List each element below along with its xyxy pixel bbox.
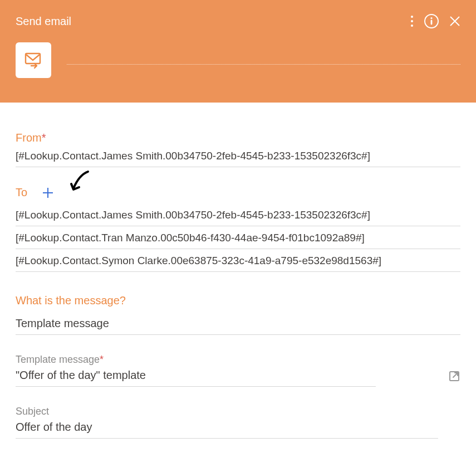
svg-rect-5	[431, 20, 433, 25]
svg-point-2	[411, 25, 413, 27]
message-type-select[interactable]: Template message	[16, 317, 460, 335]
required-asterisk: *	[42, 132, 46, 144]
open-external-icon[interactable]	[448, 370, 460, 382]
from-input[interactable]: [#Lookup.Contact.James Smith.00b34750-2f…	[16, 147, 460, 167]
svg-rect-8	[26, 54, 40, 64]
to-group: To [#Lookup.Contact.James Smith.00b34750…	[16, 186, 460, 272]
message-question-label: What is the message?	[16, 294, 460, 307]
required-asterisk: *	[100, 354, 104, 365]
subject-label: Subject	[16, 406, 460, 417]
message-type-group: What is the message? Template message	[16, 294, 460, 335]
subject-group: Subject Offer of the day	[16, 406, 460, 439]
to-recipient-input[interactable]: [#Lookup.Contact.Symon Clarke.00e63875-3…	[16, 251, 460, 272]
to-recipient-input[interactable]: [#Lookup.Contact.James Smith.00b34750-2f…	[16, 206, 460, 226]
header-actions	[410, 13, 460, 29]
template-group: Template message* "Offer of the day" tem…	[16, 354, 460, 387]
element-icon-card	[16, 42, 51, 78]
add-recipient-button[interactable]	[42, 187, 54, 199]
page-title: Send email	[16, 15, 71, 28]
from-label: From*	[16, 132, 460, 144]
name-input-line[interactable]	[67, 64, 460, 65]
subject-input[interactable]: Offer of the day	[16, 417, 438, 439]
more-icon[interactable]	[410, 15, 414, 27]
template-input[interactable]: "Offer of the day" template	[16, 369, 376, 382]
close-icon[interactable]	[449, 16, 460, 27]
to-recipient-input[interactable]: [#Lookup.Contact.Tran Manzo.00c50b46-f43…	[16, 228, 460, 249]
svg-point-1	[411, 20, 413, 22]
info-icon[interactable]	[424, 13, 439, 29]
send-email-icon	[23, 50, 43, 70]
svg-point-0	[411, 16, 413, 18]
svg-point-4	[430, 17, 432, 19]
panel-header: Send email	[0, 0, 476, 103]
template-label: Template message*	[16, 354, 460, 366]
to-label: To	[16, 186, 27, 199]
from-group: From* [#Lookup.Contact.James Smith.00b34…	[16, 132, 460, 167]
